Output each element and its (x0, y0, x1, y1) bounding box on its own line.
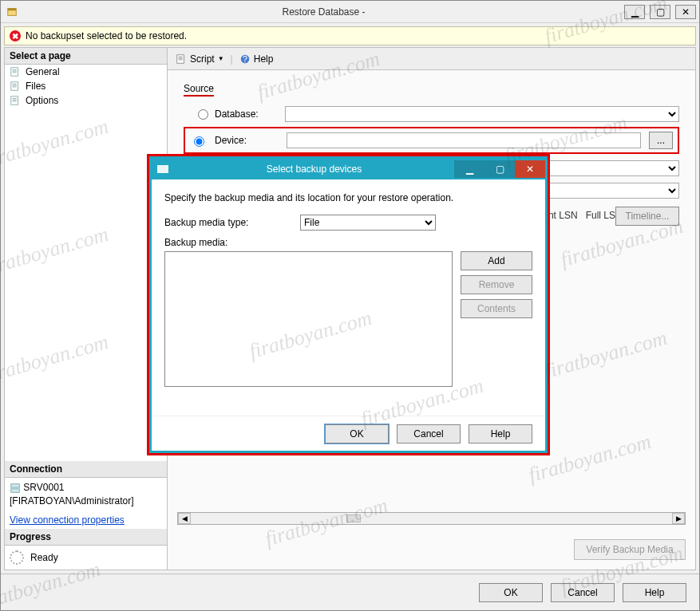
svg-rect-3 (11, 82, 18, 91)
warning-text: No backupset selected to be restored. (26, 30, 187, 41)
titlebar: Restore Database - ▁ ▢ ✕ (1, 1, 699, 23)
page-icon (10, 81, 21, 92)
toolbar: Script ▼ | ? Help (168, 48, 695, 70)
help-button[interactable]: ? Help (236, 52, 277, 66)
script-icon (176, 53, 187, 65)
scroll-right-icon[interactable]: ▶ (672, 513, 685, 524)
dialog-window-buttons: ▁ ▢ ✕ (454, 160, 545, 178)
select-page-header: Select a page (5, 48, 167, 65)
radio-database[interactable] (198, 109, 208, 120)
connection-info: SRV0001 [FIRATBOYAN\Administrator] (5, 478, 167, 511)
close-button[interactable]: ✕ (675, 5, 696, 19)
database-label: Database: (215, 108, 279, 120)
progress-label: Ready (30, 552, 58, 563)
connection-header: Connection (5, 461, 167, 478)
media-type-label: Backup media type: (164, 217, 292, 228)
svg-text:?: ? (243, 53, 247, 63)
timeline-button[interactable]: Timeline... (615, 207, 679, 226)
page-icon (10, 66, 21, 77)
device-input[interactable] (287, 132, 641, 148)
svg-rect-5 (11, 484, 20, 487)
help-label: Help (254, 53, 274, 65)
source-label: Source (184, 83, 214, 97)
footer: OK Cancel Help (1, 574, 699, 610)
select-backup-devices-dialog: Select backup devices ▁ ▢ ✕ Specify the … (149, 156, 548, 453)
window-buttons: ▁ ▢ ✕ (624, 5, 699, 19)
progress-spinner-icon (10, 550, 24, 565)
dialog-body: Specify the backup media and its locatio… (152, 179, 545, 416)
contents-button: Contents (461, 299, 532, 318)
dialog-title: Select backup devices (174, 164, 454, 175)
maximize-button[interactable]: ▢ (650, 5, 670, 19)
help-icon: ? (239, 53, 251, 65)
svg-rect-4 (11, 97, 18, 105)
source-database-row: Database: (198, 106, 679, 122)
page-label: General (26, 66, 60, 77)
scroll-left-icon[interactable]: ◀ (178, 513, 191, 524)
svg-rect-2 (11, 68, 18, 77)
media-row: Add Remove Contents (164, 251, 532, 387)
minimize-button[interactable]: ▁ (624, 5, 645, 19)
scroll-thumb[interactable] (346, 514, 361, 522)
connection-server: SRV0001 (23, 482, 64, 493)
svg-rect-6 (11, 489, 20, 492)
database-select[interactable] (285, 106, 679, 122)
horizontal-scrollbar[interactable]: ◀ ▶ (177, 512, 686, 525)
script-button[interactable]: Script ▼ (172, 52, 227, 66)
dialog-footer: OK Cancel Help (152, 416, 545, 451)
dialog-cancel-button[interactable]: Cancel (397, 424, 461, 443)
dialog-ok-button[interactable]: OK (325, 424, 389, 443)
page-icon (10, 95, 21, 106)
svg-rect-1 (8, 8, 17, 10)
dialog-maximize-button[interactable]: ▢ (484, 160, 515, 178)
media-buttons: Add Remove Contents (461, 251, 532, 387)
left-pane: Select a page General Files Options Conn… (4, 47, 168, 570)
add-button[interactable]: Add (461, 251, 532, 270)
device-label: Device: (215, 135, 279, 146)
remove-button: Remove (461, 275, 532, 294)
ok-button[interactable]: OK (479, 583, 543, 602)
dialog-instruction: Specify the backup media and its locatio… (164, 192, 532, 203)
dialog-titlebar: Select backup devices ▁ ▢ ✕ (152, 159, 545, 179)
dialog-close-button[interactable]: ✕ (515, 160, 545, 178)
server-icon (10, 483, 21, 494)
view-connection-properties-link[interactable]: View connection properties (5, 511, 167, 529)
cancel-button[interactable]: Cancel (551, 583, 615, 602)
source-device-row: Device: ... (184, 127, 679, 154)
page-label: Files (26, 81, 45, 92)
browse-button[interactable]: ... (649, 132, 673, 149)
progress-header: Progress (5, 529, 167, 546)
dialog-minimize-button[interactable]: ▁ (454, 160, 484, 178)
page-files[interactable]: Files (5, 79, 167, 93)
verify-backup-button: Verify Backup Media (574, 539, 686, 560)
page-general[interactable]: General (5, 65, 167, 79)
page-label: Options (26, 95, 58, 106)
window-title: Restore Database - (23, 6, 624, 18)
svg-rect-10 (157, 165, 168, 173)
media-label: Backup media: (164, 237, 532, 248)
dropdown-icon: ▼ (218, 55, 224, 62)
media-type-select[interactable]: File (300, 215, 436, 231)
app-icon (1, 6, 23, 18)
dialog-help-button[interactable]: Help (469, 424, 532, 443)
warning-bar: ✖ No backupset selected to be restored. (4, 26, 696, 45)
radio-device[interactable] (194, 136, 204, 147)
dialog-sysicon (152, 165, 174, 173)
page-options[interactable]: Options (5, 93, 167, 108)
browse-label: ... (657, 135, 665, 146)
progress-status: Ready (5, 546, 167, 570)
grid-col: Full LS (586, 210, 615, 221)
media-type-row: Backup media type: File (164, 215, 532, 231)
error-icon: ✖ (10, 30, 21, 41)
svg-rect-7 (177, 54, 184, 63)
script-label: Script (190, 53, 215, 65)
connection-user: [FIRATBOYAN\Administrator] (10, 495, 134, 507)
dialog-highlight: Select backup devices ▁ ▢ ✕ Specify the … (147, 154, 550, 455)
help-footer-button[interactable]: Help (623, 583, 686, 602)
media-list[interactable] (164, 251, 453, 387)
